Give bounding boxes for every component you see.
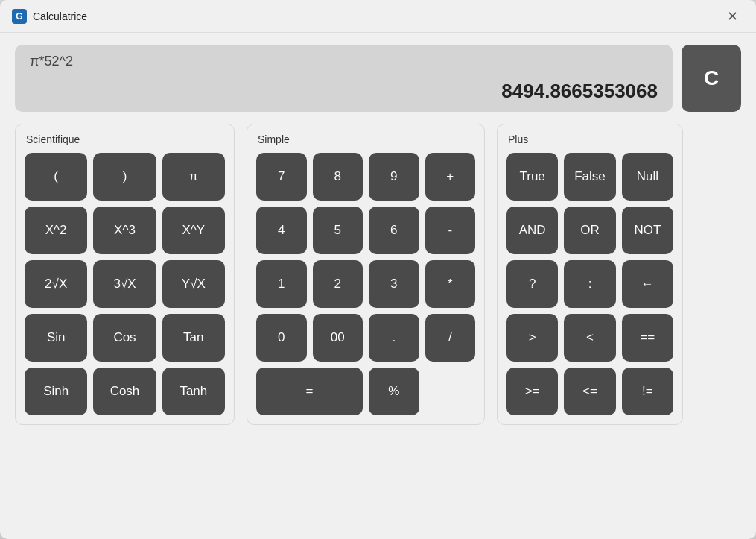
calculator-window: G Calculatrice ✕ π*52^2 8494.8665353068 … bbox=[0, 0, 756, 539]
scientific-btn-9[interactable]: Sin bbox=[25, 314, 87, 362]
simple-btn-2[interactable]: 9 bbox=[369, 153, 419, 201]
simple-btn-1[interactable]: 8 bbox=[313, 153, 363, 201]
plus-btn-8[interactable]: ← bbox=[622, 260, 673, 308]
simple-btn-12[interactable]: 0 bbox=[256, 314, 307, 362]
plus-btn-7[interactable]: : bbox=[564, 260, 615, 308]
panel-plus: Plus TrueFalseNullANDORNOT?:←><==>=<=!= bbox=[497, 124, 683, 425]
scientific-btn-8[interactable]: Y√X bbox=[162, 260, 225, 308]
display-input: π*52^2 bbox=[30, 54, 658, 69]
simple-btn-9[interactable]: 2 bbox=[313, 260, 363, 308]
simple-btn-10[interactable]: 3 bbox=[369, 260, 419, 308]
simple-btn-11[interactable]: * bbox=[425, 260, 476, 308]
scientific-btn-0[interactable]: ( bbox=[25, 153, 87, 201]
simple-btn-15[interactable]: / bbox=[425, 314, 476, 362]
app-icon: G bbox=[12, 9, 27, 24]
title-bar: G Calculatrice ✕ bbox=[0, 0, 756, 33]
simple-btn-13[interactable]: 00 bbox=[313, 314, 363, 362]
plus-btn-2[interactable]: Null bbox=[622, 153, 673, 201]
scientific-btn-3[interactable]: X^2 bbox=[25, 207, 87, 254]
simple-btn-17[interactable]: % bbox=[369, 368, 419, 415]
plus-btn-4[interactable]: OR bbox=[564, 207, 615, 254]
simple-btn-7[interactable]: - bbox=[425, 207, 476, 254]
scientific-btn-11[interactable]: Tan bbox=[162, 314, 225, 362]
scientific-grid: ()πX^2X^3X^Y2√X3√XY√XSinCosTanSinhCoshTa… bbox=[25, 153, 225, 415]
simple-btn-16[interactable]: = bbox=[256, 368, 363, 415]
plus-btn-10[interactable]: < bbox=[564, 314, 615, 362]
simple-btn-5[interactable]: 5 bbox=[313, 207, 363, 254]
panel-simple: Simple 789+456-123*000./=% bbox=[247, 124, 485, 425]
scientific-btn-6[interactable]: 2√X bbox=[25, 260, 87, 308]
window-title: Calculatrice bbox=[33, 10, 720, 22]
plus-btn-12[interactable]: >= bbox=[506, 368, 558, 415]
scientific-btn-2[interactable]: π bbox=[162, 153, 225, 201]
plus-btn-0[interactable]: True bbox=[506, 153, 558, 201]
plus-btn-11[interactable]: == bbox=[622, 314, 673, 362]
display-result: 8494.8665353068 bbox=[30, 80, 658, 103]
scientific-btn-4[interactable]: X^3 bbox=[93, 207, 156, 254]
panel-simple-label: Simple bbox=[256, 133, 475, 145]
clear-button[interactable]: C bbox=[682, 45, 741, 112]
plus-btn-3[interactable]: AND bbox=[506, 207, 558, 254]
simple-btn-0[interactable]: 7 bbox=[256, 153, 307, 201]
simple-btn-6[interactable]: 6 bbox=[369, 207, 419, 254]
simple-btn-4[interactable]: 4 bbox=[256, 207, 307, 254]
scientific-btn-12[interactable]: Sinh bbox=[25, 368, 87, 415]
plus-grid: TrueFalseNullANDORNOT?:←><==>=<=!= bbox=[506, 153, 673, 415]
panel-scientific: Scientifique ()πX^2X^3X^Y2√X3√XY√XSinCos… bbox=[15, 124, 235, 425]
simple-btn-8[interactable]: 1 bbox=[256, 260, 307, 308]
panels-row: Scientifique ()πX^2X^3X^Y2√X3√XY√XSinCos… bbox=[15, 124, 741, 425]
display-row: π*52^2 8494.8665353068 C bbox=[15, 45, 741, 112]
plus-btn-1[interactable]: False bbox=[564, 153, 615, 201]
scientific-btn-7[interactable]: 3√X bbox=[93, 260, 156, 308]
panel-plus-label: Plus bbox=[506, 133, 673, 145]
plus-btn-5[interactable]: NOT bbox=[622, 207, 673, 254]
panel-scientific-label: Scientifique bbox=[25, 133, 225, 145]
plus-btn-13[interactable]: <= bbox=[564, 368, 615, 415]
plus-btn-9[interactable]: > bbox=[506, 314, 558, 362]
plus-btn-6[interactable]: ? bbox=[506, 260, 558, 308]
scientific-btn-1[interactable]: ) bbox=[93, 153, 156, 201]
scientific-btn-13[interactable]: Cosh bbox=[93, 368, 156, 415]
main-content: π*52^2 8494.8665353068 C Scientifique ()… bbox=[0, 33, 756, 539]
plus-btn-14[interactable]: != bbox=[622, 368, 673, 415]
display-box: π*52^2 8494.8665353068 bbox=[15, 45, 673, 112]
scientific-btn-5[interactable]: X^Y bbox=[162, 207, 225, 254]
simple-btn-3[interactable]: + bbox=[425, 153, 476, 201]
simple-grid: 789+456-123*000./=% bbox=[256, 153, 475, 415]
scientific-btn-14[interactable]: Tanh bbox=[162, 368, 225, 415]
simple-btn-14[interactable]: . bbox=[369, 314, 419, 362]
close-button[interactable]: ✕ bbox=[720, 4, 744, 28]
scientific-btn-10[interactable]: Cos bbox=[93, 314, 156, 362]
